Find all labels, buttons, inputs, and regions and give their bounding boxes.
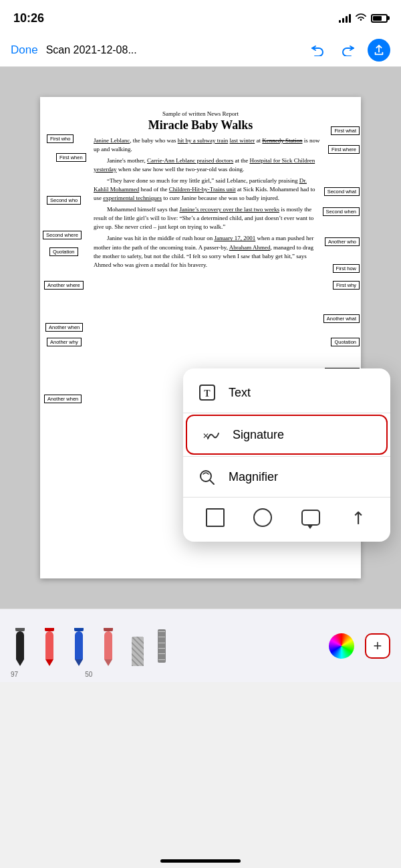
- pen-blue-tip: [75, 659, 83, 666]
- ann-first-where: First where: [328, 145, 360, 154]
- add-button[interactable]: +: [365, 633, 390, 659]
- ann-quotation-1: Quotation: [49, 247, 78, 256]
- ann-another-what: Another what: [323, 314, 360, 323]
- signature-icon: ✕: [200, 424, 222, 445]
- ann-second-when: Second when: [323, 207, 360, 216]
- header: Done Scan 2021-12-08...: [0, 33, 401, 67]
- ann-second-where: Second where: [43, 231, 82, 239]
- popup-divider-1: [183, 413, 390, 413]
- pen-red-base: [45, 628, 54, 631]
- shape-square-button[interactable]: [203, 506, 227, 530]
- document-area: Sample of written News Report Miracle Ba…: [0, 67, 401, 609]
- pen-blue-base: [74, 628, 84, 631]
- popup-text-item[interactable]: T Text: [183, 374, 390, 411]
- text-janines-recovery: Janine’s recovery over the last two week…: [179, 206, 279, 213]
- text-abraham: Abraham Ahmed: [229, 244, 271, 251]
- text-kennedy: Kennedy Station: [262, 137, 302, 144]
- pen-red-body: [45, 631, 53, 659]
- text-yesterday: yesterday: [94, 166, 116, 173]
- ruler-body: [158, 629, 166, 663]
- magnifier-icon: [196, 466, 218, 487]
- color-picker-button[interactable]: [329, 633, 354, 659]
- ann-first-who: First who: [47, 134, 74, 143]
- square-shape: [206, 508, 225, 527]
- popup-signature-item[interactable]: ✕ Signature: [186, 415, 388, 455]
- document-body: Janine Leblanc, the baby who was hit by …: [94, 136, 321, 269]
- text-january: January 17, 2001: [214, 235, 255, 241]
- popup-divider-3: [183, 497, 390, 498]
- ann-second-what: Second what: [324, 187, 360, 196]
- document-title: Scan 2021-12-08...: [46, 44, 298, 56]
- pen-black-tool[interactable]: [11, 626, 29, 666]
- redo-button[interactable]: [337, 39, 360, 62]
- text-experimental: experimental techniques: [103, 195, 162, 201]
- status-icons: [339, 13, 388, 24]
- ann-first-what: First what: [331, 126, 360, 135]
- ann-another-where: Another where: [44, 281, 84, 290]
- undo-button[interactable]: [306, 39, 329, 62]
- highlighter-tool[interactable]: [128, 626, 147, 666]
- shape-circle-button[interactable]: [251, 506, 275, 530]
- paragraph-2: Janine's mother, Carrie-Ann Leblanc prai…: [94, 156, 321, 174]
- paragraph-1: Janine Leblanc, the baby who was hit by …: [94, 136, 321, 154]
- highlighter-body: [132, 637, 144, 666]
- paragraph-5: Janine was hit in the middle of rush hou…: [94, 234, 321, 269]
- home-indicator: [160, 859, 241, 863]
- paragraph-3: “They have done so much for my little gi…: [94, 177, 321, 203]
- arrow-shape: ↗: [346, 505, 371, 530]
- popup-signature-label: Signature: [233, 428, 284, 442]
- text-carrieann: Carrie-Ann Leblanc praised doctors: [147, 157, 233, 164]
- signal-icon: [339, 13, 351, 23]
- pen-pink-tool[interactable]: [99, 626, 118, 666]
- popup-shapes-row: ↗: [183, 499, 390, 536]
- shape-arrow-button[interactable]: ↗: [346, 506, 370, 530]
- text-hit: hit by a subway train: [178, 137, 229, 144]
- text-children-unit: Children-Hit-by-Trains unit: [169, 186, 236, 193]
- document-subtitle: Sample of written News Report: [53, 110, 348, 117]
- ann-another-when-2: Another when: [44, 395, 82, 403]
- ruler-tool[interactable]: [158, 629, 166, 663]
- status-bar: 10:26: [0, 0, 401, 33]
- status-time: 10:26: [13, 11, 44, 25]
- popup-magnifier-item[interactable]: Magnifier: [183, 458, 390, 496]
- ann-another-who: Another who: [325, 237, 360, 246]
- document-subtitle-section: Sample of written News Report Miracle Ba…: [53, 110, 348, 132]
- toolbar-number-right: 50: [85, 671, 92, 678]
- undo-icon: [309, 40, 325, 60]
- text-last-winter: last winter: [229, 137, 255, 144]
- done-button[interactable]: Done: [11, 43, 38, 57]
- document-main-title: Miracle Baby Walks: [53, 118, 348, 132]
- text-icon: T: [196, 382, 218, 403]
- circle-shape: [253, 508, 272, 527]
- pen-black-tip: [16, 659, 24, 666]
- add-icon: +: [374, 637, 382, 655]
- wifi-icon: [355, 13, 367, 24]
- pen-black-base: [15, 628, 25, 631]
- pen-blue-body: [75, 631, 83, 659]
- comment-shape: [301, 510, 320, 526]
- ann-first-when: First when: [56, 153, 86, 162]
- ann-another-why: Another why: [47, 338, 82, 346]
- pen-pink-tip: [104, 659, 112, 666]
- pen-pink-base: [104, 628, 113, 631]
- popup-menu: T Text ✕ Signature: [183, 368, 390, 542]
- pen-black-body: [16, 631, 24, 659]
- svg-text:✕: ✕: [203, 431, 209, 441]
- text-janine: Janine Leblanc: [94, 137, 130, 144]
- paragraph-4: Mohammed himself says that Janine’s reco…: [94, 205, 321, 231]
- redo-icon: [340, 40, 356, 60]
- pen-red-tip: [45, 659, 53, 666]
- popup-text-label: Text: [229, 386, 251, 400]
- popup-magnifier-label: Magnifier: [229, 470, 278, 484]
- popup-divider-2: [183, 456, 390, 457]
- battery-icon: [371, 14, 388, 23]
- toolbar-number-left: 97: [11, 671, 18, 678]
- ann-quotation-2: Quotation: [331, 338, 360, 346]
- action-button[interactable]: [368, 39, 390, 62]
- pen-blue-tool[interactable]: [70, 626, 88, 666]
- svg-text:T: T: [204, 389, 211, 399]
- shape-comment-button[interactable]: [299, 506, 323, 530]
- ann-first-how: First how: [333, 264, 360, 273]
- bottom-toolbar: + 97 50: [0, 609, 401, 682]
- pen-red-tool[interactable]: [40, 626, 59, 666]
